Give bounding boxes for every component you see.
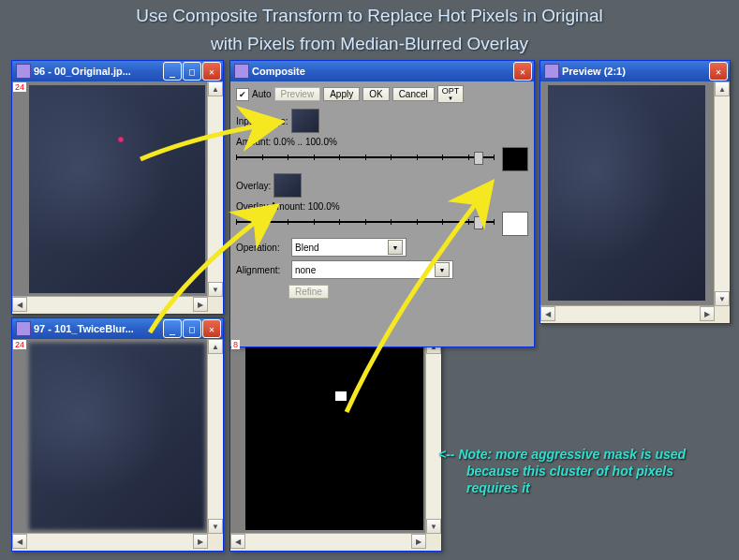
operation-dropdown[interactable]: Blend ▼ xyxy=(291,238,406,257)
alignment-value: none xyxy=(295,265,316,275)
blurred-image[interactable] xyxy=(29,343,205,530)
scrollbar-horizontal[interactable]: ◀ ▶ xyxy=(540,305,715,321)
scrollbar-horizontal[interactable]: ◀ ▶ xyxy=(12,533,208,549)
auto-label: Auto xyxy=(252,89,272,99)
scroll-up-button[interactable]: ▲ xyxy=(208,81,223,96)
input-image-thumb[interactable] xyxy=(291,109,319,133)
overlay-amount-label: Overlay Amount: 100.0% xyxy=(236,201,528,212)
window-mask: 98 - HotMask2.png ... _ □ ✕ 8 ◀ ▶ ▲ ▼ xyxy=(229,317,442,552)
note-line-1: Note: more aggressive mask is used xyxy=(458,447,686,462)
close-button[interactable]: ✕ xyxy=(202,62,221,81)
refine-button[interactable]: Refine xyxy=(288,285,329,299)
app-icon xyxy=(544,64,559,79)
app-icon xyxy=(16,321,31,336)
preview-image[interactable] xyxy=(548,85,705,301)
overlay-slider-thumb[interactable] xyxy=(474,216,483,229)
instruction-line-2: with Pixels from Median-Blurred Overlay xyxy=(0,28,739,56)
titlebar-preview[interactable]: Preview (2:1) ✕ xyxy=(540,61,730,81)
ok-button[interactable]: OK xyxy=(362,87,389,101)
titlebar-blurred[interactable]: 97 - 101_TwiceBlur... _ □ ✕ xyxy=(12,318,223,339)
title-preview: Preview (2:1) xyxy=(562,66,709,77)
amount-swatch[interactable] xyxy=(502,147,528,171)
input-image-label: Input Image: xyxy=(236,116,288,126)
mask-image[interactable] xyxy=(245,343,423,530)
overlay-swatch[interactable] xyxy=(502,212,528,236)
window-blurred: 97 - 101_TwiceBlur... _ □ ✕ 24 ◀ ▶ ▲ ▼ xyxy=(11,317,224,552)
scrollbar-horizontal[interactable]: ◀ ▶ xyxy=(230,533,426,549)
minimize-button[interactable]: _ xyxy=(163,319,182,338)
note-text: <-- Note: more aggressive mask is used b… xyxy=(438,446,719,497)
mask-white-region xyxy=(335,391,347,401)
close-button[interactable]: ✕ xyxy=(513,62,532,81)
scroll-up-button[interactable]: ▲ xyxy=(715,81,730,96)
title-original: 96 - 00_Original.jp... xyxy=(34,66,163,77)
scroll-left-button[interactable]: ◀ xyxy=(12,297,27,312)
apply-button[interactable]: Apply xyxy=(323,87,360,101)
window-original: 96 - 00_Original.jp... _ □ ✕ 24 ◀ ▶ ▲ ▼ xyxy=(11,60,224,315)
title-composite: Composite xyxy=(252,66,513,77)
opt-button[interactable]: OPT xyxy=(437,85,465,103)
app-icon xyxy=(234,64,249,79)
note-line-3: requires it xyxy=(438,480,530,495)
scrollbar-vertical[interactable]: ▲ ▼ xyxy=(425,339,441,534)
note-line-2: because this cluster of hot pixels xyxy=(438,464,673,479)
scroll-left-button[interactable]: ◀ xyxy=(12,534,27,549)
note-arrow: <-- xyxy=(438,447,455,462)
close-button[interactable]: ✕ xyxy=(202,319,221,338)
title-blurred: 97 - 101_TwiceBlur... xyxy=(34,323,163,334)
scroll-up-button[interactable]: ▲ xyxy=(208,339,223,354)
scroll-right-button[interactable]: ▶ xyxy=(193,297,208,312)
cancel-button[interactable]: Cancel xyxy=(392,87,435,101)
hot-pixel xyxy=(118,137,124,142)
scrollbar-horizontal[interactable]: ◀ ▶ xyxy=(12,296,208,312)
overlay-amount-slider[interactable] xyxy=(236,214,528,232)
maximize-button[interactable]: □ xyxy=(183,319,201,338)
window-preview: Preview (2:1) ✕ ◀ ▶ ▲ ▼ xyxy=(539,60,731,324)
scrollbar-vertical[interactable]: ▲ ▼ xyxy=(207,81,223,297)
alignment-dropdown[interactable]: none ▼ xyxy=(291,260,453,279)
overlay-label: Overlay: xyxy=(236,181,271,191)
zoom-label: 24 xyxy=(13,340,26,349)
titlebar-composite[interactable]: Composite ✕ xyxy=(230,61,534,81)
scrollbar-vertical[interactable]: ▲ ▼ xyxy=(714,81,730,306)
scroll-right-button[interactable]: ▶ xyxy=(700,306,715,321)
amount-label: Amount: 0.0% .. 100.0% xyxy=(236,137,528,147)
titlebar-original[interactable]: 96 - 00_Original.jp... _ □ ✕ xyxy=(12,61,223,81)
chevron-down-icon: ▼ xyxy=(435,262,450,277)
window-composite: Composite ✕ ✔ Auto Preview Apply OK Canc… xyxy=(229,60,535,347)
scroll-down-button[interactable]: ▼ xyxy=(208,282,223,297)
scroll-right-button[interactable]: ▶ xyxy=(193,534,208,549)
chevron-down-icon: ▼ xyxy=(388,240,403,255)
zoom-label: 24 xyxy=(13,82,26,92)
operation-label: Operation: xyxy=(236,243,288,253)
app-icon xyxy=(16,64,31,79)
alignment-label: Alignment: xyxy=(236,265,288,275)
scroll-down-button[interactable]: ▼ xyxy=(715,291,730,306)
original-image[interactable] xyxy=(29,85,205,293)
operation-value: Blend xyxy=(295,243,319,253)
scroll-right-button[interactable]: ▶ xyxy=(411,534,426,549)
amount-slider[interactable] xyxy=(236,149,528,168)
overlay-thumb[interactable] xyxy=(273,173,302,198)
amount-slider-thumb[interactable] xyxy=(474,152,483,165)
close-button[interactable]: ✕ xyxy=(709,62,728,81)
scroll-down-button[interactable]: ▼ xyxy=(208,519,223,534)
scroll-down-button[interactable]: ▼ xyxy=(426,519,441,534)
scrollbar-vertical[interactable]: ▲ ▼ xyxy=(207,339,223,534)
minimize-button[interactable]: _ xyxy=(163,62,182,81)
auto-checkbox[interactable]: ✔ xyxy=(236,88,249,101)
preview-button[interactable]: Preview xyxy=(274,87,321,101)
instruction-line-1: Use Composite Transform to Replace Hot P… xyxy=(0,0,739,28)
scroll-left-button[interactable]: ◀ xyxy=(230,534,245,549)
maximize-button[interactable]: □ xyxy=(183,62,201,81)
scroll-left-button[interactable]: ◀ xyxy=(540,306,555,321)
zoom-label: 8 xyxy=(231,340,240,349)
